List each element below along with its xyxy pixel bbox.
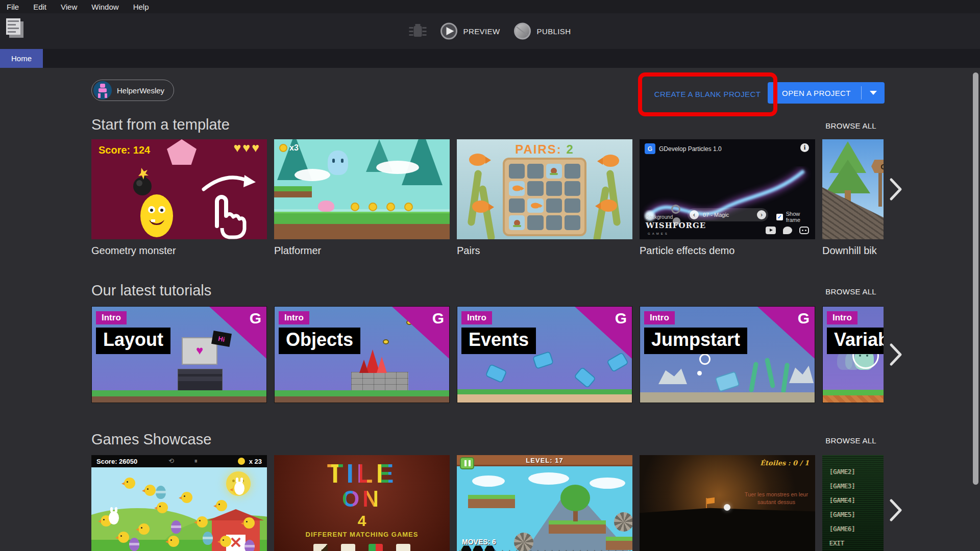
template-caption: Geometry monster [91,245,267,257]
tutorial-card-jumpstart[interactable]: G Intro Jumpstart [640,306,815,403]
show-frame-label: Show frame [786,211,815,223]
intro-badge: Intro [644,311,675,324]
tab-home[interactable]: Home [0,49,43,68]
template-card-downhill-bike[interactable]: G Downhill bik [822,139,884,262]
fish [602,155,619,167]
platform [468,495,515,508]
fish [600,199,617,212]
tutorial-card-row: ♥ Hi G Intro Layout G Intro Objects [91,306,884,403]
heart-icon: ♥ [196,343,203,358]
gdevelop-logo-icon: G [645,143,655,154]
crystal [377,357,387,373]
preview-button[interactable]: PREVIEW [440,22,500,40]
cloud [295,169,330,181]
effect-selector: ‹ 07 - Magic › [688,208,768,221]
tutorial-card-objects[interactable]: G Intro Objects [274,306,450,403]
crt-menu-item: EXIT [829,540,844,547]
pine-tree [825,160,870,193]
youtube-icon [766,227,776,234]
geometry-monster-art [91,139,267,239]
chevron-right-icon [889,498,902,522]
intro-badge: Intro [96,311,127,324]
coin [351,203,359,211]
toolbar: PREVIEW PUBLISH [0,13,980,49]
debug-icon[interactable] [409,23,427,39]
showcase-card-chicks[interactable]: Score: 26050 ⟲ ⏸ x 23 ✕ [91,455,267,551]
tutorial-card-variables[interactable]: +1 Intro Variab [822,306,884,403]
menu-edit[interactable]: Edit [33,3,46,11]
coin-icon [279,144,287,152]
bunny [109,511,119,524]
showcase-card-crt-menu[interactable]: [GAME2] [GAME3] [GAME4] [GAME5] [GAME6] … [822,455,884,551]
showcase-card-night[interactable]: Étoiles : 0 / 1 Tuer les monstres en leu… [640,455,815,551]
project-manager-icon[interactable] [6,18,26,40]
fish [472,201,489,213]
user-profile-chip[interactable]: HelperWesley [91,80,174,101]
showcase-card-tile-on[interactable]: TILE ON 4 DIFFERENT MATCHING GAMES [274,455,450,551]
templates-next-arrow[interactable] [889,178,902,203]
menu-window[interactable]: Window [91,3,118,11]
tile-title-line1: TILE [274,460,450,487]
showcase-section-title: Games Showcase [91,431,211,448]
template-card-platformer[interactable]: x3 Platformer [274,139,450,262]
crt-menu-item: [GAME5] [829,511,855,518]
background-swatch-outline [671,205,680,214]
seaweed [606,170,621,227]
saw-blade [614,512,632,532]
intro-badge: Intro [827,311,857,324]
night-thumbnail: Étoiles : 0 / 1 Tuer les monstres en leu… [640,455,815,551]
vertical-scrollbar[interactable] [973,72,978,485]
score-text: Score: 26050 [96,458,137,465]
cloud [376,161,419,174]
tutorial-card-layout[interactable]: ♥ Hi G Intro Layout [91,306,267,403]
crt-menu-item: [GAME2] [829,468,855,475]
tutorials-next-arrow[interactable] [889,343,902,368]
publish-button[interactable]: PUBLISH [513,22,571,40]
chevron-down-icon [870,91,877,95]
menu-bar: File Edit View Window Help [0,0,980,13]
game-hud: Score: 26050 ⟲ ⏸ x 23 [91,455,267,467]
brick-platform [351,372,408,390]
tutorials-browse-all[interactable]: BROWSE ALL [825,287,876,296]
template-card-particle-effects[interactable]: G GDevelop Particles 1.0 i Background ‹ … [640,139,815,262]
template-card-pairs[interactable]: PAIRS: 2 Pairs [457,139,632,262]
menu-help[interactable]: Help [133,3,149,11]
pause-button-icon [460,457,474,469]
red-annotation-box [638,72,777,116]
bunny [234,482,244,495]
open-project-dropdown[interactable] [862,82,885,104]
templates-browse-all[interactable]: BROWSE ALL [825,121,876,130]
template-card-geometry-monster[interactable]: Score: 124 ♥♥♥ [91,139,267,262]
pink-blob [318,201,334,212]
templates-section-title: Start from a template [91,116,230,133]
downhill-thumbnail: G [822,139,884,239]
coin [386,203,395,211]
floating-platform [274,186,312,197]
menu-view[interactable]: View [61,3,77,11]
move-tokens: ⬣⬣⬣ [461,543,496,551]
crt-menu-item: [GAME6] [829,525,855,533]
intro-badge: Intro [461,311,492,324]
menu-file[interactable]: File [7,3,19,11]
info-icon: i [800,143,809,152]
showcase-next-arrow[interactable] [889,498,902,524]
username: HelperWesley [117,86,164,95]
pairs-board [503,158,586,236]
hint-text: Tuer les monstres en leur sautant dessus [741,491,812,506]
tutorial-word: Layout [96,328,170,354]
twitter-icon [783,227,792,234]
template-caption: Pairs [457,245,632,257]
publish-label: PUBLISH [536,27,571,36]
chicks-thumbnail: Score: 26050 ⟲ ⏸ x 23 ✕ [91,455,267,551]
tab-bar: Home [0,49,980,68]
tile-number: 4 [274,512,450,530]
showcase-browse-all[interactable]: BROWSE ALL [825,436,876,445]
mode-previews [274,544,450,551]
open-project-button[interactable]: OPEN A PROJECT [768,82,885,104]
showcase-card-row: Score: 26050 ⟲ ⏸ x 23 ✕ [91,455,884,551]
gdevelop-logo-icon: G [798,310,810,327]
open-project-label: OPEN A PROJECT [768,89,861,97]
social-icons [766,227,809,234]
showcase-card-level17[interactable]: LEVEL: 17 ▲▲▲▲▲▲▲▲▲▲▲▲▲▲▲▲▲▲▲▲▲▲▲▲▲▲▲▲ M… [457,455,632,551]
tutorial-card-events[interactable]: G Intro Events [457,306,632,403]
